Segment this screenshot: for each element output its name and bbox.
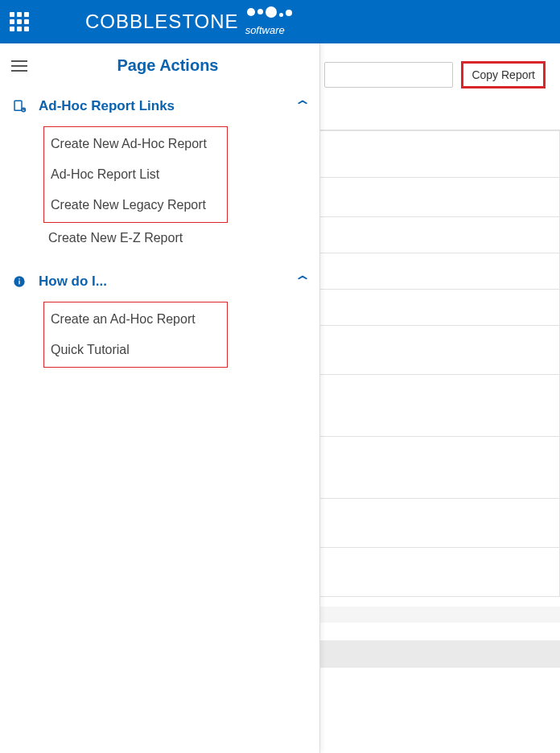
section-title-2: How do I... xyxy=(39,274,285,290)
link-create-legacy[interactable]: Create New Legacy Report xyxy=(46,190,225,220)
link-create-ez[interactable]: Create New E-Z Report xyxy=(43,223,308,253)
chevron-up-icon: ⌃ xyxy=(293,273,312,290)
panel-title: Page Actions xyxy=(27,56,308,75)
link-create-new-adhoc[interactable]: Create New Ad-Hoc Report xyxy=(46,129,225,159)
section-adhoc-links[interactable]: Ad-Hoc Report Links ⌃ xyxy=(11,97,308,115)
svg-rect-4 xyxy=(19,278,19,279)
report-name-input[interactable] xyxy=(324,62,453,88)
copy-report-button[interactable]: Copy Report xyxy=(461,61,546,88)
brand-dots-icon xyxy=(247,8,292,18)
info-icon xyxy=(11,275,27,288)
highlight-box-2: Create an Ad-Hoc Report Quick Tutorial xyxy=(43,302,228,368)
top-header: COBBLESTONE software xyxy=(0,0,560,43)
page-actions-panel: Page Actions Ad-Hoc Report Links ⌃ Creat… xyxy=(0,43,320,753)
brand-main: COBBLESTONE xyxy=(85,10,239,33)
svg-rect-0 xyxy=(14,101,22,110)
link-quick-tutorial[interactable]: Quick Tutorial xyxy=(46,335,225,365)
brand-logo: COBBLESTONE software xyxy=(85,8,292,36)
section-how-do-i[interactable]: How do I... ⌃ xyxy=(11,273,308,290)
link-create-adhoc-help[interactable]: Create an Ad-Hoc Report xyxy=(46,304,225,335)
section-title-1: Ad-Hoc Report Links xyxy=(39,98,285,114)
brand-sub: software xyxy=(245,24,285,36)
app-launcher-icon[interactable] xyxy=(10,12,29,31)
highlight-box-1: Create New Ad-Hoc Report Ad-Hoc Report L… xyxy=(43,126,228,223)
svg-rect-3 xyxy=(19,281,19,285)
chevron-up-icon: ⌃ xyxy=(293,97,312,115)
hamburger-icon[interactable] xyxy=(11,60,27,72)
report-icon xyxy=(11,99,27,113)
link-adhoc-list[interactable]: Ad-Hoc Report List xyxy=(46,159,225,190)
